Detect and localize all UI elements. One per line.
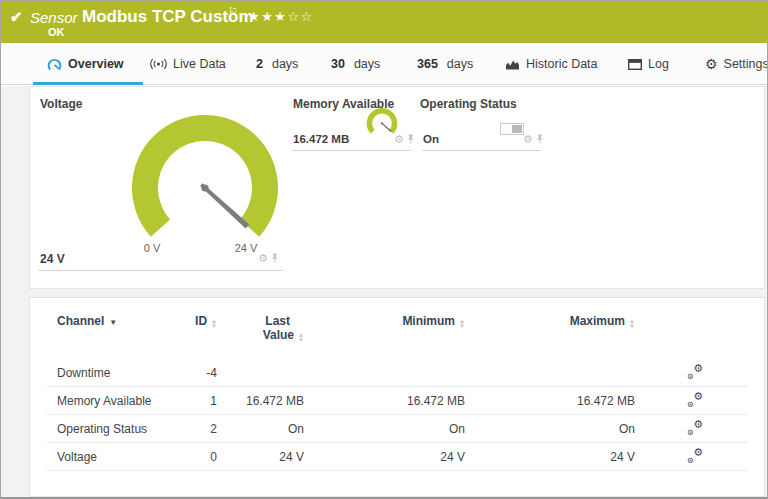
channel-settings-icon[interactable]: ⚙⚙ (687, 421, 703, 436)
channel-last-value: On (217, 422, 304, 436)
sort-desc-icon: ▼ (109, 318, 117, 327)
operating-status-toggle (500, 123, 524, 135)
tab-365-days-label: days (447, 57, 473, 71)
sensor-status-bar: ✔ Sensor Modbus TCP Custom ⚐ ★★★☆☆ OK (1, 1, 767, 43)
operating-gear-icon[interactable]: ⚙ (523, 134, 533, 145)
status-ok-check-icon: ✔ (10, 8, 23, 26)
operating-status-value: On (423, 133, 439, 145)
channel-settings-icon[interactable]: ⚙⚙ (687, 393, 703, 408)
channel-table-header: Channel▼ ID▲▼ Last Value▲▼ Minimum▲▼ Max… (30, 298, 764, 358)
channel-maximum: On (465, 422, 635, 436)
tab-log-label: Log (648, 57, 669, 71)
channel-id: -4 (175, 366, 217, 380)
channel-id: 2 (175, 422, 217, 436)
tab-overview-label: Overview (68, 57, 124, 71)
voltage-gauge (105, 96, 305, 266)
toggle-knob (512, 125, 522, 133)
tab-2-days[interactable]: 2 days (256, 43, 298, 85)
channel-minimum: 24 V (304, 450, 465, 464)
channel-id: 1 (175, 394, 217, 408)
channel-name: Memory Available (57, 394, 175, 408)
tab-live-data[interactable]: Live Data (150, 43, 226, 85)
channel-maximum: 16.472 MB (465, 394, 635, 408)
voltage-scale-min: 0 V (144, 242, 161, 254)
voltage-channel-controls: ⚙ (258, 253, 279, 264)
channel-minimum: On (304, 422, 465, 436)
tab-settings[interactable]: ⚙ Settings (705, 43, 768, 85)
sort-arrows-icon: ▲▼ (298, 333, 304, 342)
tab-live-data-label: Live Data (173, 57, 226, 71)
sensor-window: ✔ Sensor Modbus TCP Custom ⚐ ★★★☆☆ OK Ov… (0, 0, 768, 499)
historic-chart-icon (505, 59, 520, 70)
channel-name: Voltage (57, 450, 175, 464)
voltage-pin-icon[interactable] (271, 253, 279, 264)
column-header-last-value[interactable]: Last Value▲▼ (217, 314, 304, 342)
tab-30-days-label: days (354, 57, 380, 71)
channel-minimum: 16.472 MB (304, 394, 465, 408)
priority-stars[interactable]: ★★★☆☆ (248, 9, 314, 24)
flag-icon[interactable]: ⚐ (228, 5, 238, 18)
channel-last-value: 24 V (217, 450, 304, 464)
memory-current-value: 16.472 MB (293, 133, 349, 145)
channel-name: Downtime (57, 366, 175, 380)
channel-table-body: Downtime -4 ⚙⚙ Memory Available 1 16.472… (30, 359, 764, 471)
operating-divider (422, 150, 541, 151)
operating-channel-controls: ⚙ (523, 134, 544, 145)
column-header-maximum[interactable]: Maximum▲▼ (465, 314, 635, 328)
gauge-icon (47, 58, 62, 71)
voltage-scale-max: 24 V (235, 242, 258, 254)
column-header-id[interactable]: ID▲▼ (175, 314, 217, 328)
sensor-kind-label: Sensor (30, 9, 78, 26)
memory-divider (292, 150, 411, 151)
memory-channel-controls: ⚙ (394, 134, 415, 145)
voltage-current-value: 24 V (40, 252, 65, 266)
tab-overview[interactable]: Overview (47, 43, 124, 85)
channel-last-value: 16.472 MB (217, 394, 304, 408)
column-header-minimum[interactable]: Minimum▲▼ (304, 314, 465, 328)
operating-pin-icon[interactable] (536, 134, 544, 145)
tab-bar: Overview Live Data 2 days 30 days 365 (1, 43, 767, 85)
sort-arrows-icon: ▲▼ (629, 319, 635, 328)
voltage-gauge-title: Voltage (40, 97, 82, 111)
voltage-gear-icon[interactable]: ⚙ (258, 253, 268, 264)
tab-log[interactable]: Log (628, 43, 669, 85)
tab-30-days[interactable]: 30 days (331, 43, 380, 85)
table-row-memory-available[interactable]: Memory Available 1 16.472 MB 16.472 MB 1… (46, 387, 747, 415)
channel-settings-icon[interactable]: ⚙⚙ (687, 449, 703, 464)
settings-gear-icon: ⚙ (705, 56, 718, 72)
operating-status-title: Operating Status (420, 97, 517, 111)
tab-2-days-number: 2 (256, 57, 263, 71)
tab-historic-data[interactable]: Historic Data (505, 43, 598, 85)
overview-gauges-panel: Voltage 0 V 24 V 24 V ⚙ Memory Available (29, 86, 765, 289)
table-row-downtime[interactable]: Downtime -4 ⚙⚙ (46, 359, 747, 387)
memory-pin-icon[interactable] (407, 134, 415, 145)
table-row-operating-status[interactable]: Operating Status 2 On On On ⚙⚙ (46, 415, 747, 443)
table-row-voltage[interactable]: Voltage 0 24 V 24 V 24 V ⚙⚙ (46, 443, 747, 471)
channel-name: Operating Status (57, 422, 175, 436)
sensor-status-text: OK (48, 26, 65, 38)
log-icon (628, 59, 642, 70)
column-header-channel[interactable]: Channel▼ (57, 314, 175, 328)
live-data-icon (150, 58, 167, 70)
tab-settings-label: Settings (724, 57, 768, 71)
active-tab-underline (33, 82, 143, 85)
tab-30-days-number: 30 (331, 57, 345, 71)
tab-365-days[interactable]: 365 days (417, 43, 473, 85)
tab-2-days-label: days (272, 57, 298, 71)
tab-historic-data-label: Historic Data (526, 57, 598, 71)
channel-maximum: 24 V (465, 450, 635, 464)
voltage-divider (38, 270, 283, 271)
channel-table-panel: Channel▼ ID▲▼ Last Value▲▼ Minimum▲▼ Max… (29, 297, 765, 497)
tab-365-days-number: 365 (417, 57, 438, 71)
channel-id: 0 (175, 450, 217, 464)
memory-gear-icon[interactable]: ⚙ (394, 134, 404, 145)
channel-settings-icon[interactable]: ⚙⚙ (687, 365, 703, 380)
